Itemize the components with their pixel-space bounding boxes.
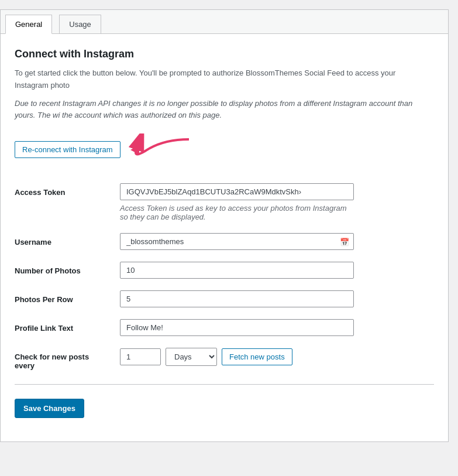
profile-link-row: Profile Link Text [15, 319, 434, 336]
access-token-label: Access Token [15, 183, 120, 197]
photos-per-row-row: Photos Per Row [15, 290, 434, 307]
calendar-icon: 📅 [340, 237, 349, 246]
save-changes-button[interactable]: Save Changes [15, 399, 84, 418]
check-posts-label: Check for new posts every [15, 348, 120, 370]
check-posts-row: Check for new posts every Days Minutes H… [15, 348, 434, 370]
arrow-icon [128, 133, 192, 166]
separator [15, 384, 434, 385]
tab-usage[interactable]: Usage [59, 15, 101, 33]
photos-per-row-field [120, 290, 354, 307]
arrow-container [128, 133, 192, 166]
interval-unit-select[interactable]: Days Minutes Hours Weeks [166, 348, 217, 366]
tabs-container: General Usage [1, 10, 448, 34]
check-posts-controls: Days Minutes Hours Weeks Fetch new posts [120, 348, 292, 366]
access-token-field: Access Token is used as key to access yo… [120, 183, 354, 221]
content-area: General Usage Connect with Instagram To … [0, 9, 449, 442]
section-description: To get started click the button below. Y… [15, 67, 424, 92]
profile-link-field [120, 319, 354, 336]
access-token-description: Access Token is used as key to access yo… [120, 204, 354, 221]
reconnect-button[interactable]: Re-connect with Instagram [15, 141, 120, 158]
access-token-row: Access Token Access Token is used as key… [15, 183, 434, 221]
photos-per-row-input[interactable] [120, 290, 354, 307]
username-field: 📅 [120, 233, 354, 250]
access-token-input[interactable] [120, 183, 354, 200]
num-photos-label: Number of Photos [15, 262, 120, 275]
section-title: Connect with Instagram [15, 48, 434, 60]
fetch-new-posts-button[interactable]: Fetch new posts [222, 348, 292, 365]
username-label: Username [15, 233, 120, 246]
username-input[interactable] [120, 233, 354, 250]
reconnect-area: Re-connect with Instagram [15, 133, 434, 166]
profile-link-label: Profile Link Text [15, 319, 120, 333]
num-photos-input[interactable] [120, 262, 354, 279]
username-row: Username 📅 [15, 233, 434, 250]
main-content: Connect with Instagram To get started cl… [1, 34, 448, 441]
tab-general[interactable]: General [5, 15, 52, 34]
interval-input[interactable] [120, 348, 161, 365]
section-description-italic: Due to recent Instagram API changes it i… [15, 98, 424, 122]
profile-link-input[interactable] [120, 319, 354, 336]
num-photos-row: Number of Photos [15, 262, 434, 279]
page-wrapper: General Usage Connect with Instagram To … [0, 0, 458, 476]
num-photos-field [120, 262, 354, 279]
photos-per-row-label: Photos Per Row [15, 290, 120, 304]
